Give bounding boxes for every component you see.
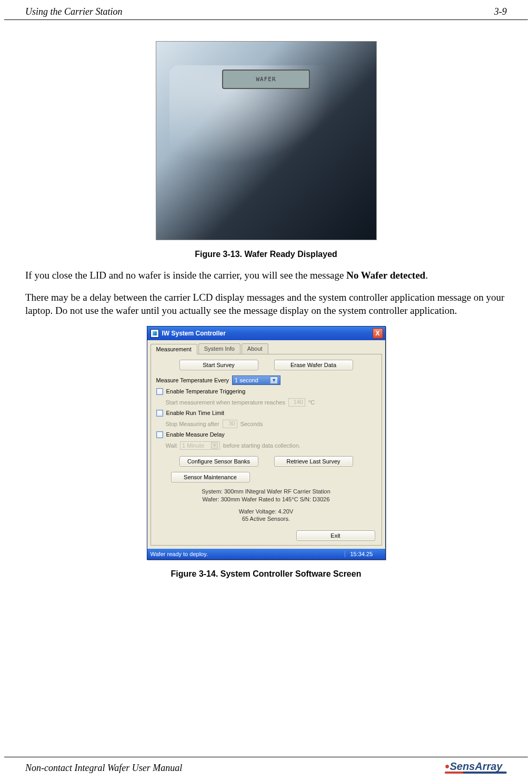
titlebar[interactable]: IW System Controller X xyxy=(147,327,385,340)
tab-panel: Start Survey Erase Wafer Data Measure Te… xyxy=(150,354,382,546)
para1-text-b: . xyxy=(425,270,428,281)
sensor-maintenance-button[interactable]: Sensor Maintenance xyxy=(171,472,250,482)
status-info: System: 300mm INtegral Wafer RF Carrier … xyxy=(156,488,376,523)
close-button[interactable]: X xyxy=(373,328,383,339)
delay-label: Enable Measure Delay xyxy=(166,431,225,438)
page-footer: Non-contact Integral Wafer User Manual ●… xyxy=(4,757,528,774)
figure-1-caption: Figure 3-13. Wafer Ready Displayed xyxy=(25,250,507,259)
temp-trigger-checkbox[interactable] xyxy=(156,388,163,395)
tab-measurement[interactable]: Measurement xyxy=(150,344,197,354)
runtime-subrow: Stop Measuring after 30 Seconds xyxy=(156,420,376,428)
page-header: Using the Carrier Station 3-9 xyxy=(4,0,528,20)
header-left: Using the Carrier Station xyxy=(25,6,123,17)
app-icon xyxy=(150,329,159,338)
footer-left: Non-contact Integral Wafer User Manual xyxy=(25,763,182,774)
start-survey-button[interactable]: Start Survey xyxy=(179,360,258,370)
status-line-1: System: 300mm INtegral Wafer RF Carrier … xyxy=(156,488,376,496)
delay-value: 1 Minute xyxy=(182,442,204,449)
logo-part-a: Sens xyxy=(450,760,475,772)
exit-button[interactable]: Exit xyxy=(296,530,375,541)
app-window: IW System Controller X Measurement Syste… xyxy=(147,326,386,560)
paragraph-1: If you close the LID and no wafer is ins… xyxy=(25,269,507,282)
configure-sensor-banks-button[interactable]: Configure Sensor Banks xyxy=(179,456,258,467)
delay-suffix: before starting data collection. xyxy=(223,442,300,449)
runtime-label: Enable Run Time Limit xyxy=(166,410,225,416)
tab-strip: Measurement System Info About xyxy=(147,340,385,354)
measure-interval-label: Measure Temperature Every xyxy=(156,377,229,383)
status-line-2: Wafer: 300mm Wafer Rated to 145°C S/N: D… xyxy=(156,496,376,503)
retrieve-last-survey-button[interactable]: Retrieve Last Survey xyxy=(274,456,353,467)
temp-trigger-unit: °C xyxy=(308,399,315,406)
paragraph-2: There may be a delay between the carrier… xyxy=(25,291,507,318)
button-row-2: Configure Sensor Banks Retrieve Last Sur… xyxy=(156,456,376,467)
temp-trigger-subtext: Start measurement when temperature reach… xyxy=(166,399,285,406)
exit-row: Exit xyxy=(156,528,376,542)
carrier-lcd: WAFER xyxy=(222,70,310,90)
chevron-down-icon: ▾ xyxy=(211,442,218,449)
button-row-3: Sensor Maintenance xyxy=(156,472,376,482)
chevron-down-icon: ▼ xyxy=(270,377,278,384)
page-content: WAFER Figure 3-13. Wafer Ready Displayed… xyxy=(0,20,532,579)
runtime-unit: Seconds xyxy=(240,421,263,427)
tab-about[interactable]: About xyxy=(242,343,268,354)
tab-system-info[interactable]: System Info xyxy=(198,343,240,354)
header-right: 3-9 xyxy=(494,6,507,17)
delay-checkbox[interactable] xyxy=(156,431,163,438)
delay-wait-label: Wait xyxy=(166,442,177,449)
figure-1-image: WAFER xyxy=(156,41,377,240)
logo-dot-icon: ● xyxy=(445,762,450,770)
runtime-checkbox[interactable] xyxy=(156,410,163,417)
para1-bold: No Wafer detected xyxy=(346,270,425,281)
measure-interval-value: 1 second xyxy=(235,377,258,383)
sensarray-logo: ●SensArray xyxy=(445,760,507,774)
logo-part-b: Array xyxy=(475,760,502,772)
delay-subrow: Wait 1 Minute ▾ before starting data col… xyxy=(156,441,376,450)
figure-2-caption: Figure 3-14. System Controller Software … xyxy=(25,569,507,579)
status-bar: Wafer ready to deploy. 15:34.25 xyxy=(147,549,385,559)
runtime-value[interactable]: 30 xyxy=(223,420,237,428)
temp-trigger-label: Enable Temperature Triggering xyxy=(166,388,246,394)
statusbar-time: 15:34.25 xyxy=(345,551,382,557)
button-row-1: Start Survey Erase Wafer Data xyxy=(156,360,376,370)
status-line-4: 65 Active Sensors. xyxy=(156,515,376,523)
delay-row: Enable Measure Delay xyxy=(156,431,376,438)
temp-trigger-row: Enable Temperature Triggering xyxy=(156,388,376,395)
measure-interval-row: Measure Temperature Every 1 second ▼ xyxy=(156,375,376,385)
temp-trigger-subrow: Start measurement when temperature reach… xyxy=(156,398,376,407)
para1-text-a: If you close the LID and no wafer is ins… xyxy=(25,270,346,281)
status-line-3: Wafer Voltage: 4.20V xyxy=(156,508,376,516)
measure-interval-select[interactable]: 1 second ▼ xyxy=(232,375,280,385)
statusbar-message: Wafer ready to deploy. xyxy=(150,551,345,557)
erase-wafer-button[interactable]: Erase Wafer Data xyxy=(274,360,353,370)
window-title: IW System Controller xyxy=(162,330,226,337)
runtime-row: Enable Run Time Limit xyxy=(156,410,376,417)
runtime-subtext: Stop Measuring after xyxy=(166,421,219,427)
temp-trigger-value[interactable]: 140 xyxy=(288,398,305,407)
delay-select[interactable]: 1 Minute ▾ xyxy=(180,441,220,450)
